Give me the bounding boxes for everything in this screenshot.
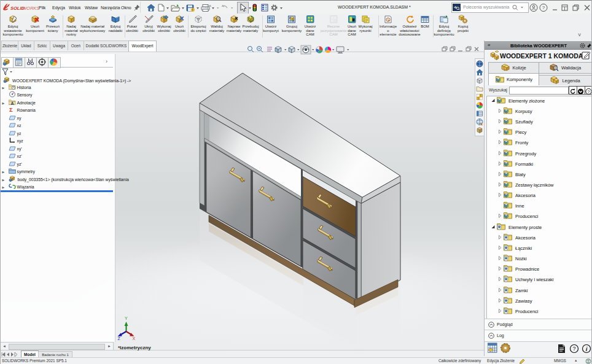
svg-text:X: X: [133, 336, 136, 341]
svg-text:Y: Y: [125, 316, 128, 320]
svg-text:?: ?: [588, 90, 590, 94]
svg-text:WORKS: WORKS: [22, 6, 39, 11]
svg-text:A: A: [10, 101, 14, 105]
svg-text:?: ?: [573, 346, 576, 352]
svg-text:Σ: Σ: [9, 106, 13, 113]
svg-text:i: i: [586, 346, 588, 352]
svg-text:!: !: [192, 8, 193, 12]
svg-text:Z: Z: [118, 336, 121, 341]
svg-text:?: ?: [542, 5, 545, 10]
